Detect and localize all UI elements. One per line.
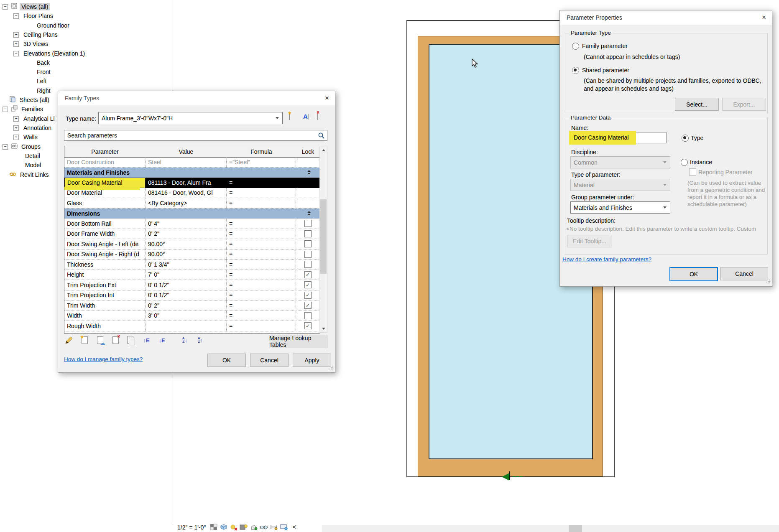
collapse-bar-button[interactable]: <	[293, 524, 296, 530]
value-cell-selected[interactable]: 081113 - Door, Alum Fra	[146, 178, 227, 188]
tree-item-elevations[interactable]: − Elevations (Elevation 1)	[13, 49, 87, 58]
tree-item-label[interactable]: Walls	[22, 133, 39, 141]
value-cell[interactable]: 90.00°	[146, 239, 227, 249]
tree-item-groups[interactable]: − Groups	[3, 143, 42, 151]
tree-item-label[interactable]: Front	[35, 68, 52, 76]
table-row-door-casing-material[interactable]: Door Casing Material 081113 - Door, Alum…	[64, 178, 320, 188]
table-row-thickness[interactable]: Thickness 0' 1 3/4" =	[64, 260, 320, 270]
tree-item-label[interactable]: Analytical Li	[22, 115, 56, 122]
tree-item-analytical[interactable]: + Analytical Li	[13, 115, 56, 123]
help-link-family-types[interactable]: How do I manage family types?	[64, 356, 143, 362]
parameter-cell[interactable]: Door Construction	[64, 157, 146, 168]
lock-cell[interactable]	[296, 219, 320, 229]
scroll-up-button[interactable]	[320, 146, 327, 154]
table-row-trim-projection-int[interactable]: Trim Projection Int 0' 0 1/2" = ✓	[64, 290, 320, 301]
delete-type-button[interactable]: ×	[317, 113, 318, 120]
tree-item-revit-links[interactable]: Revit Links	[9, 171, 50, 179]
value-cell[interactable]: 7' 0"	[146, 270, 227, 280]
tree-item-label[interactable]: Detail	[23, 152, 42, 160]
collapse-section-icon[interactable]	[307, 211, 311, 216]
lock-cell[interactable]: ✓	[296, 280, 320, 290]
new-parameter-button[interactable]: ★	[79, 335, 89, 345]
tree-item-sheets[interactable]: Sheets (all)	[9, 96, 51, 104]
copy-parameter-button[interactable]	[126, 335, 136, 345]
resize-grip[interactable]	[766, 278, 771, 285]
select-button[interactable]: Select...	[675, 98, 719, 111]
lock-cell[interactable]: ✓	[296, 321, 320, 331]
lock-checkbox-checked[interactable]: ✓	[304, 271, 312, 278]
sort-descending-button[interactable]: AZ↑	[195, 335, 205, 345]
formula-cell[interactable]: =	[227, 321, 296, 331]
tree-item-views-all[interactable]: − Views (all)	[3, 3, 50, 11]
table-row-door-frame-width[interactable]: Door Frame Width 0' 2" =	[64, 229, 320, 239]
formula-cell[interactable]: =	[227, 219, 296, 229]
temporary-hide-isolate-icon[interactable]	[259, 523, 268, 531]
parameter-cell[interactable]: Thickness	[64, 260, 146, 270]
discipline-select[interactable]: Common	[570, 156, 670, 168]
column-header-value[interactable]: Value	[146, 146, 227, 158]
formula-cell[interactable]: =	[227, 239, 296, 249]
lock-cell[interactable]	[296, 260, 320, 270]
formula-cell[interactable]: =	[227, 198, 296, 209]
formula-cell[interactable]: =	[227, 290, 296, 301]
lock-checkbox-checked[interactable]: ✓	[304, 292, 312, 299]
tree-item-label[interactable]: Groups	[20, 143, 42, 150]
reporting-parameter-checkbox[interactable]	[689, 168, 696, 176]
reveal-hidden-elements-icon[interactable]	[279, 523, 288, 531]
column-header-formula[interactable]: Formula	[227, 146, 296, 158]
expand-expander-icon[interactable]: +	[13, 32, 19, 38]
horizontal-scrollbar-thumb[interactable]	[569, 525, 582, 532]
search-parameters-input[interactable]: Search parameters	[64, 130, 327, 141]
group-parameter-under-select[interactable]: Materials and Finishes	[570, 201, 670, 214]
collapse-expander-icon[interactable]: −	[13, 13, 19, 19]
table-row-swing-left[interactable]: Door Swing Angle - Left (de 90.00° =	[64, 239, 320, 249]
parameter-cell[interactable]: Door Bottom Rail	[64, 219, 146, 229]
tree-item-back[interactable]: Back	[35, 59, 51, 67]
type-of-parameter-select[interactable]: Material	[570, 179, 670, 191]
expand-expander-icon[interactable]: +	[13, 125, 19, 131]
parameter-cell[interactable]: Door Frame Width	[64, 229, 146, 239]
scrollbar-thumb[interactable]	[320, 199, 327, 274]
lock-checkbox-unchecked[interactable]	[304, 251, 312, 258]
tree-item-label[interactable]: Annotation	[22, 124, 53, 132]
value-cell[interactable]: 3' 0"	[146, 311, 227, 321]
parameter-cell[interactable]: Rough Width	[64, 321, 146, 331]
table-row-swing-right[interactable]: Door Swing Angle - Right (d 90.00° =	[64, 249, 320, 260]
collapse-expander-icon[interactable]: −	[3, 4, 8, 10]
value-cell[interactable]: 90.00°	[146, 249, 227, 260]
tree-item-label[interactable]: Revit Links	[18, 171, 50, 178]
tree-item-floor-plans[interactable]: − Floor Plans	[13, 12, 55, 20]
lock-checkbox-unchecked[interactable]	[304, 230, 312, 237]
horizontal-scrollbar[interactable]	[322, 525, 779, 532]
column-header-lock[interactable]: Lock	[296, 146, 320, 158]
formula-cell[interactable]: =	[227, 229, 296, 239]
tree-item-walls[interactable]: + Walls	[13, 133, 39, 141]
column-header-parameter[interactable]: Parameter	[64, 146, 146, 158]
parameter-cell[interactable]: Trim Width	[64, 300, 146, 311]
type-name-combobox[interactable]: Alum Frame_3'-0"Wx7'-0"H	[98, 112, 283, 124]
move-parameter-up-button[interactable]: ↑E	[141, 335, 151, 345]
parameter-cell[interactable]: Width	[64, 311, 146, 321]
tree-item-label[interactable]: Left	[35, 77, 48, 85]
tree-item-model[interactable]: Model	[23, 161, 43, 169]
tree-item-detail[interactable]: Detail	[23, 152, 42, 160]
collapse-expander-icon[interactable]: −	[3, 107, 8, 112]
table-row-height[interactable]: Height 7' 0" = ✓	[64, 270, 320, 280]
collapse-section-icon[interactable]	[307, 170, 311, 175]
lock-cell[interactable]	[296, 178, 320, 188]
shared-parameter-button[interactable]: ☁	[95, 335, 105, 345]
value-cell[interactable]: 0' 2"	[146, 300, 227, 311]
tree-item-right[interactable]: Right	[35, 87, 52, 95]
lock-checkbox-checked[interactable]: ✓	[304, 281, 312, 288]
ok-button[interactable]: OK	[669, 267, 718, 281]
parameter-cell[interactable]: Door Swing Angle - Left (de	[64, 239, 146, 249]
tree-item-label[interactable]: 3D Views	[22, 40, 50, 48]
apply-button[interactable]: Apply	[293, 354, 331, 367]
expand-expander-icon[interactable]: +	[13, 135, 19, 140]
lock-cell[interactable]	[296, 188, 320, 199]
tree-item-label[interactable]: Floor Plans	[22, 12, 55, 20]
table-row-trim-projection-ext[interactable]: Trim Projection Ext 0' 0 1/2" = ✓	[64, 280, 320, 290]
rename-type-button[interactable]: A	[303, 113, 309, 120]
formula-cell[interactable]: =	[227, 270, 296, 280]
family-types-title-bar[interactable]: Family Types ×	[58, 91, 335, 105]
